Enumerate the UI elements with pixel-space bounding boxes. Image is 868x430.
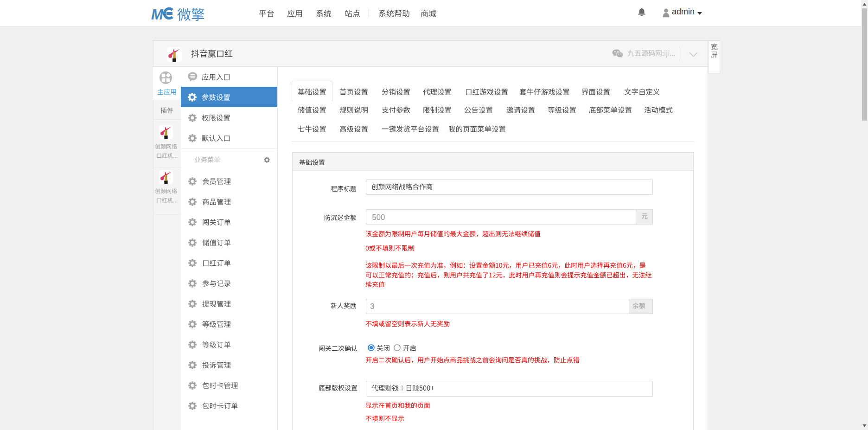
svg-text:M: M xyxy=(151,6,164,23)
